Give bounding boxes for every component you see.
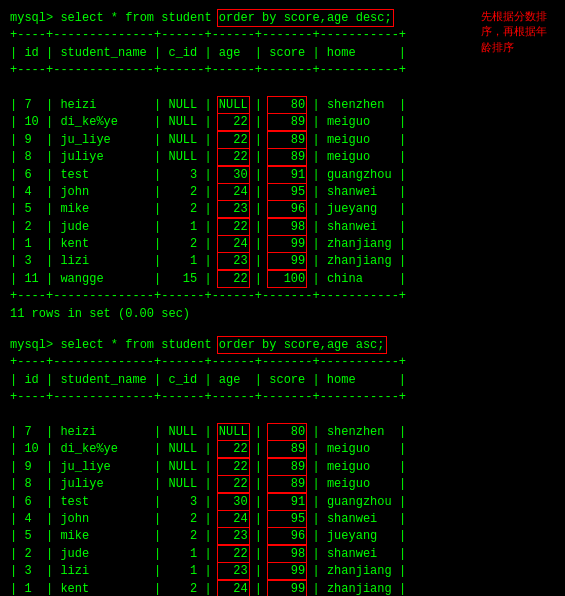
table-row: | 9 | ju_liye | NULL | 22 | 89 | meiguo …: [10, 133, 406, 147]
table-row: | 3 | lizi | 1 | 23 | 99 | zhanjiang |: [10, 564, 406, 578]
query2-section: mysql> select * from student order by sc…: [10, 337, 563, 596]
table-row: | 6 | test | 3 | 30 | 91 | guangzhou |: [10, 495, 406, 509]
table-row: | 3 | lizi | 1 | 23 | 99 | zhanjiang |: [10, 254, 406, 268]
table-row: | 4 | john | 2 | 24 | 95 | shanwei |: [10, 512, 406, 526]
table-row: | 1 | kent | 2 | 24 | 99 | zhanjiang |: [10, 582, 406, 596]
table-row: | 8 | juliye | NULL | 22 | 89 | meiguo |: [10, 150, 406, 164]
table2-rows: | 7 | heizi | NULL | NULL | 80 | shenzhe…: [10, 407, 563, 596]
table-row: | 2 | jude | 1 | 22 | 98 | shanwei |: [10, 220, 406, 234]
table-row: | 10 | di_ke%ye | NULL | 22 | 89 | meigu…: [10, 115, 406, 129]
table-row: | 8 | juliye | NULL | 22 | 89 | meiguo |: [10, 477, 406, 491]
annotation-1: 先根据分数排序，再根据年龄排序: [481, 10, 561, 56]
sql2-before: select * from student: [60, 338, 218, 352]
table2-separator-mid: +----+--------------+------+------+-----…: [10, 389, 563, 406]
query2-line: mysql> select * from student order by sc…: [10, 337, 563, 354]
table-row: | 7 | heizi | NULL | NULL | 80 | shenzhe…: [10, 98, 406, 112]
terminal-window: 先根据分数排序，再根据年龄排序 mysql> select * from stu…: [4, 6, 565, 596]
table1-separator-bot: +----+--------------+------+------+-----…: [10, 288, 563, 305]
table-row: | 10 | di_ke%ye | NULL | 22 | 89 | meigu…: [10, 442, 406, 456]
table-row: | 1 | kent | 2 | 24 | 99 | zhanjiang |: [10, 237, 406, 251]
sql1-highlighted: order by score,age desc;: [219, 11, 392, 25]
sql1-before: select * from student: [60, 11, 218, 25]
prompt2: mysql>: [10, 338, 60, 352]
table-row: | 5 | mike | 2 | 23 | 96 | jueyang |: [10, 202, 406, 216]
sql2-highlighted: order by score,age asc;: [219, 338, 385, 352]
table-row: | 7 | heizi | NULL | NULL | 80 | shenzhe…: [10, 425, 406, 439]
table-row: | 9 | ju_liye | NULL | 22 | 89 | meiguo …: [10, 460, 406, 474]
table-row: | 4 | john | 2 | 24 | 95 | shanwei |: [10, 185, 406, 199]
prompt1: mysql>: [10, 11, 60, 25]
table-row: | 5 | mike | 2 | 23 | 96 | jueyang |: [10, 529, 406, 543]
table2-header: | id | student_name | c_id | age | score…: [10, 372, 563, 389]
table-row: | 2 | jude | 1 | 22 | 98 | shanwei |: [10, 547, 406, 561]
table-row: | 11 | wangge | 15 | 22 | 100 | china |: [10, 272, 406, 286]
table-row: | 6 | test | 3 | 30 | 91 | guangzhou |: [10, 168, 406, 182]
table1-separator-mid: +----+--------------+------+------+-----…: [10, 62, 563, 79]
table2-separator-top: +----+--------------+------+------+-----…: [10, 354, 563, 371]
query1-section: 先根据分数排序，再根据年龄排序 mysql> select * from stu…: [10, 10, 563, 323]
table1-rows: | 7 | heizi | NULL | NULL | 80 | shenzhe…: [10, 80, 563, 289]
table1-footer: 11 rows in set (0.00 sec): [10, 306, 563, 323]
